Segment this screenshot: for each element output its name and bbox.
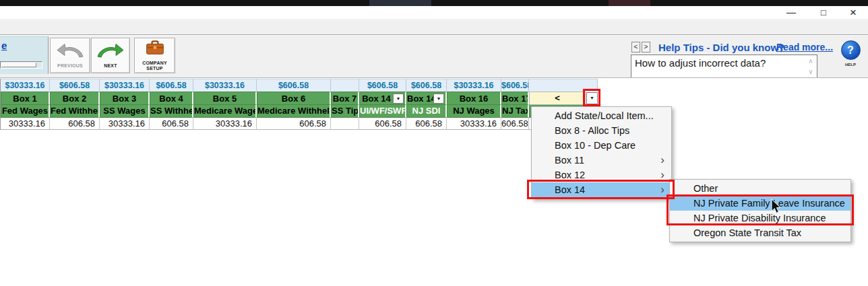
value-cell[interactable]: 606.58 <box>50 118 100 130</box>
submenu-arrow-icon: › <box>660 168 664 182</box>
read-more-link[interactable]: Read more... <box>776 42 833 52</box>
help-tip-textbox[interactable]: How to adjust incorrect data? ∧ ∨ <box>631 55 817 78</box>
amount-cell-unassigned <box>529 79 598 92</box>
box14-dropdown-button[interactable]: ▼ <box>393 94 404 104</box>
w2-box-table: $30333.16 Box 1 Fed Wages 30333.16 $606.… <box>0 79 1 130</box>
amount-cell: $30333.16 <box>1 79 50 92</box>
box-header-label: Box 14 <box>407 94 436 104</box>
table-column-box14-njsdi: $606.58 Box 14 ▼ NJ SDI 606.58 <box>406 79 447 130</box>
menu-item-label: Box 10 - Dep Care <box>555 140 636 151</box>
menu-item-box8[interactable]: Box 8 - Alloc Tips <box>532 123 671 138</box>
table-column-box14-uiwfswf: $606.58 Box 14 ▼ UI/WF/SWF 606.58 <box>359 79 406 130</box>
menu-item-label: Add State/Local Item... <box>555 110 654 121</box>
table-column-box2: $606.58 Box 2 Fed Withheld 606.58 <box>50 79 100 130</box>
menu-item-box14[interactable]: Box 14› <box>532 182 671 197</box>
scroll-down-icon[interactable]: ∨ <box>807 69 815 75</box>
unassigned-cell[interactable]: < unassigned > <box>529 92 586 105</box>
efile-link-fragment[interactable]: e <box>1 40 7 51</box>
submenu-item-nj-family-leave[interactable]: NJ Private Family Leave Insurance <box>670 196 850 211</box>
efile-panel[interactable]: e <box>0 36 49 74</box>
menu-item-label: Box 11 <box>555 155 584 166</box>
box-header-cell[interactable]: Box 4 <box>150 92 193 105</box>
amount-cell: $30333.16 <box>193 79 257 92</box>
value-cell[interactable]: 30333.16 <box>447 118 501 130</box>
menu-item-box12[interactable]: Box 12› <box>532 168 671 182</box>
submenu-arrow-icon: › <box>660 182 664 196</box>
minimize-button[interactable]: — <box>780 6 803 19</box>
help-tips-previous-button[interactable]: < <box>631 42 640 52</box>
submenu-item-nj-disability[interactable]: NJ Private Disability Insurance <box>670 211 850 225</box>
box-header-cell[interactable]: Box 3 <box>100 92 150 105</box>
value-cell[interactable]: 606.58 <box>406 118 447 130</box>
table-column-box4: $606.58 Box 4 SS Withheld 606.58 <box>150 79 193 130</box>
box-assignment-context-menu: Add State/Local Item... Box 8 - Alloc Ti… <box>531 106 672 199</box>
value-cell[interactable]: 30333.16 <box>100 118 150 130</box>
label-cell: UI/WF/SWF <box>359 105 406 118</box>
box-header-cell[interactable]: Box 14 ▼ <box>406 92 447 105</box>
progress-fill <box>1 63 36 67</box>
briefcase-icon <box>145 40 165 59</box>
next-button[interactable]: NEXT <box>91 38 130 73</box>
previous-arrow-icon <box>55 42 85 61</box>
table-column-box3: $30333.16 Box 3 SS Wages 30333.16 <box>100 79 150 130</box>
label-cell: Fed Wages <box>1 105 50 118</box>
label-cell: Fed Withheld <box>50 105 100 118</box>
help-tips-title: Help Tips - Did you know? <box>658 42 784 53</box>
box-header-cell[interactable]: Box 2 <box>50 92 100 105</box>
previous-button[interactable]: PREVIOUS <box>50 38 90 73</box>
submenu-item-other[interactable]: Other <box>670 181 850 196</box>
box-header-cell[interactable]: Box 16 <box>447 92 501 105</box>
value-cell[interactable]: 606.58 <box>257 118 331 130</box>
value-cell[interactable]: 30333.16 <box>1 118 50 130</box>
box-header-label: Box 14 <box>362 94 391 104</box>
menu-item-add-state-local[interactable]: Add State/Local Item... <box>532 108 671 123</box>
value-cell[interactable]: 606.58 <box>501 118 529 130</box>
amount-cell: $606.58 <box>359 79 406 92</box>
next-arrow-icon <box>96 42 125 61</box>
label-cell: NJ SDI <box>406 105 447 118</box>
unassigned-dropdown-button[interactable]: ▼ <box>586 92 598 104</box>
help-tips-next-button[interactable]: > <box>642 42 650 52</box>
value-cell[interactable]: 30333.16 <box>193 118 257 130</box>
menu-item-label: NJ Private Family Leave Insurance <box>693 198 845 209</box>
company-setup-button[interactable]: COMPANY SETUP <box>134 38 175 73</box>
table-column-box1: $30333.16 Box 1 Fed Wages 30333.16 <box>1 79 50 130</box>
title-bar: — □ × <box>0 6 868 19</box>
box14-submenu: Other NJ Private Family Leave Insurance … <box>669 179 851 242</box>
label-cell: SS Wages <box>100 105 150 118</box>
menu-item-box10[interactable]: Box 10 - Dep Care <box>532 138 671 153</box>
label-cell: NJ Wages <box>447 105 501 118</box>
value-cell[interactable]: 606.58 <box>359 118 406 130</box>
box14-dropdown-button[interactable]: ▼ <box>433 94 444 104</box>
strip-tint <box>609 0 650 6</box>
table-column-box16: $30333.16 Box 16 NJ Wages 30333.16 <box>447 79 501 130</box>
box-header-cell[interactable]: Box 17 <box>501 92 529 105</box>
help-button[interactable]: ? HELP <box>836 40 865 75</box>
table-column-box7: Box 7 SS Tips <box>331 79 359 130</box>
value-cell[interactable] <box>331 118 359 130</box>
scroll-up-icon[interactable]: ∧ <box>807 58 815 65</box>
content-divider <box>0 77 868 78</box>
label-cell: SS Tips <box>331 105 359 118</box>
upper-gray-band <box>0 19 868 34</box>
box-header-cell[interactable]: Box 7 <box>331 92 359 105</box>
box-header-cell[interactable]: Box 1 <box>1 92 50 105</box>
table-column-box6: $606.58 Box 6 Medicare Withheld 606.58 <box>257 79 331 130</box>
maximize-button[interactable]: □ <box>812 6 835 19</box>
strip-tint <box>369 0 431 6</box>
menu-item-label: Box 12 <box>555 170 585 180</box>
app-window: — □ × e PREVIOUS NEXT <box>0 0 868 286</box>
menu-item-box11[interactable]: Box 11› <box>532 153 671 168</box>
box-header-cell[interactable]: Box 5 <box>193 92 257 105</box>
amount-cell: $606.58 <box>501 79 529 92</box>
submenu-item-oregon-transit[interactable]: Oregon State Transit Tax <box>670 225 850 240</box>
label-cell: Medicare Withheld <box>257 105 331 118</box>
progress-track <box>0 61 42 69</box>
close-button[interactable]: × <box>842 6 865 19</box>
menu-item-label: Oregon State Transit Tax <box>693 227 801 238</box>
box-header-cell[interactable]: Box 14 ▼ <box>359 92 406 105</box>
value-cell[interactable]: 606.58 <box>150 118 193 130</box>
menu-item-label: Other <box>693 183 718 194</box>
top-browser-strip <box>0 0 868 6</box>
box-header-cell[interactable]: Box 6 <box>257 92 331 105</box>
